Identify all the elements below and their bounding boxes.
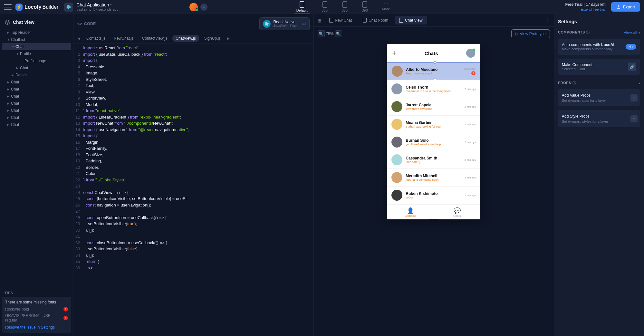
components-header: COMPONENTS ⓘ [558,30,590,35]
chat-row[interactable]: Ruben KishimotoWOW2 min ago [387,187,480,204]
unread-badge: 1 [471,71,476,75]
add-user-button[interactable]: + [200,4,207,11]
chat-row[interactable]: Moana GarberBurhan was looking for you2 … [387,116,480,133]
chat-row[interactable]: Burhan Soloyou there? need some help2 mi… [387,133,480,151]
page-icon [329,18,333,23]
warning-icon [63,316,68,320]
zoom-in-button[interactable]: 🔍 [335,30,342,37]
tree-item[interactable]: Details [2,72,71,79]
props-header: PROPS ⓘ [558,81,576,85]
device-375[interactable]: 375 [339,0,350,14]
missing-font-row: GRAVIS PERSONAL USE regular [5,313,68,322]
file-tab[interactable]: NewChat.js [111,35,137,42]
tree-item[interactable]: Chat [2,43,71,50]
zoom-out-button[interactable]: 🔍 [318,30,325,37]
phone-add-icon[interactable]: + [392,49,396,57]
phone-title: Chats [425,51,438,56]
view-prototype-button[interactable]: ▷ View Prototype [511,29,550,38]
chat-avatar [391,137,402,148]
tree-item[interactable]: Chat [2,86,71,93]
file-tab[interactable]: ContactView.js [139,35,171,42]
preview-tab[interactable]: Chat Room [358,16,393,24]
add-style-prop-button[interactable]: + [630,115,638,122]
tips-label: TIPS [2,288,71,297]
add-value-prop-button[interactable]: + [630,94,638,101]
phone-preview[interactable]: + Chats Alberto MoedanoHey man what's up… [387,44,480,219]
tree-item[interactable]: Chat [2,100,71,107]
tree-item[interactable]: Chat [2,93,71,100]
device-360[interactable]: 360 [319,0,330,14]
framework-selector[interactable]: React Native JavaScript, Expo ⚙ [259,17,309,30]
phone-tab-contacts[interactable]: 👤Contacts [387,205,434,219]
make-component-card[interactable]: Make Component Selected: Chat 🔗 [558,59,640,75]
settings-title: Settings [558,19,640,24]
tree-item[interactable]: Chat [2,79,71,86]
tab-prev-icon[interactable]: ◀ [76,36,81,41]
trial-info: Free Trial | 17 days left Extend free tr… [565,2,606,12]
warning-icon [63,307,68,312]
logo-icon [15,4,23,11]
code-icon: <> [77,22,82,26]
resize-handle[interactable] [429,219,438,219]
tree-item[interactable]: Chat [2,107,71,114]
tree-item[interactable]: Chat [2,64,71,72]
chat-avatar [391,190,402,201]
view-all-link[interactable]: View all ▾ [624,31,640,34]
autocomp-count-pill[interactable]: 4 › [626,44,636,50]
preview-panel: ▦ New ChatChat RoomChat View ⋮ 🔍 75% 🔍 ▷… [314,14,554,336]
chat-avatar [391,154,402,165]
sidebar-title: Chat View [13,20,34,25]
export-button[interactable]: Export [611,2,640,12]
preview-tab[interactable]: New Chat [325,16,357,24]
collapse-icon[interactable]: ▴ [639,82,640,85]
tips-resolve-link[interactable]: Resolve the issue in Settings [5,325,68,330]
device-more[interactable]: ⋯More [380,0,393,14]
file-tab[interactable]: Contacts.js [83,35,109,42]
grid-icon[interactable]: ▦ [316,17,323,24]
sidebar-header: Chat View [2,17,71,29]
device-default[interactable]: Default [294,0,310,14]
kebab-icon[interactable]: ⋮ [544,17,551,24]
tree-item[interactable]: ChatList [2,36,71,43]
chat-avatar [391,101,402,112]
phone-tab-chats[interactable]: 💬Chats [434,205,480,219]
framework-badge[interactable] [64,3,73,12]
device-390[interactable]: 390 [359,0,370,14]
project-sync: Last sync: 57 seconds ago [76,7,118,12]
tree-item[interactable]: ProfileImage [2,57,71,64]
project-name[interactable]: Chat Application ▾ [76,2,118,8]
tree-item[interactable]: Profile [2,50,71,57]
auto-components-card[interactable]: Auto-components with LocoAI Make compone… [558,39,640,55]
phone-user-avatar[interactable] [466,49,475,58]
gear-icon[interactable]: ⚙ [302,22,306,26]
tree-item[interactable]: Top Header [2,29,71,36]
chat-row[interactable]: Alberto MoedanoHey man what's up?2 min a… [387,62,480,80]
tab-icon: 💬 [434,207,480,214]
tree-item[interactable]: Chat [2,114,71,121]
layers-sidebar: Chat View Top HeaderChatListChatProfileP… [0,14,73,336]
settings-panel: Settings COMPONENTS ⓘ View all ▾ Auto-co… [554,14,644,336]
chat-row[interactable]: Jarrett Capelawow that's awesome2 min ag… [387,98,480,116]
tips-box: There are some missing fonts Rockwell bo… [2,297,71,333]
tree-item[interactable]: Chat [2,121,71,128]
svg-point-0 [68,6,69,7]
file-tab[interactable]: SignUp.js [201,35,224,42]
chat-row[interactable]: Celso Thornremember to turn in the assig… [387,80,480,98]
link-icon[interactable]: 🔗 [628,62,636,71]
download-icon [616,5,621,9]
code-editor[interactable]: 1234567891011121314151617181920212223242… [73,43,313,336]
add-value-props-card[interactable]: Add Value Props Set dynamic data for a l… [558,89,640,106]
logo-brand: Locofy [24,4,41,10]
user-avatar[interactable] [189,3,198,11]
chat-row[interactable]: Cassandra Smithtake care :)2 min ago [387,151,480,169]
preview-tab[interactable]: Chat View [395,16,427,24]
file-tab[interactable]: ChatView.js [172,35,199,42]
tab-next-icon[interactable]: ▶ [226,36,231,41]
menu-icon[interactable] [4,4,12,10]
chat-row[interactable]: Meredith Mitchelllet's hang sometime soo… [387,169,480,187]
chevron-down-icon: ▾ [110,3,112,7]
logo[interactable]: Locofy Builder [15,4,58,11]
layer-tree: Top HeaderChatListChatProfileProfileImag… [2,29,71,288]
extend-trial-link[interactable]: Extend free trial [565,7,606,12]
add-style-props-card[interactable]: Add Style Props Set dynamic styles for a… [558,110,640,127]
